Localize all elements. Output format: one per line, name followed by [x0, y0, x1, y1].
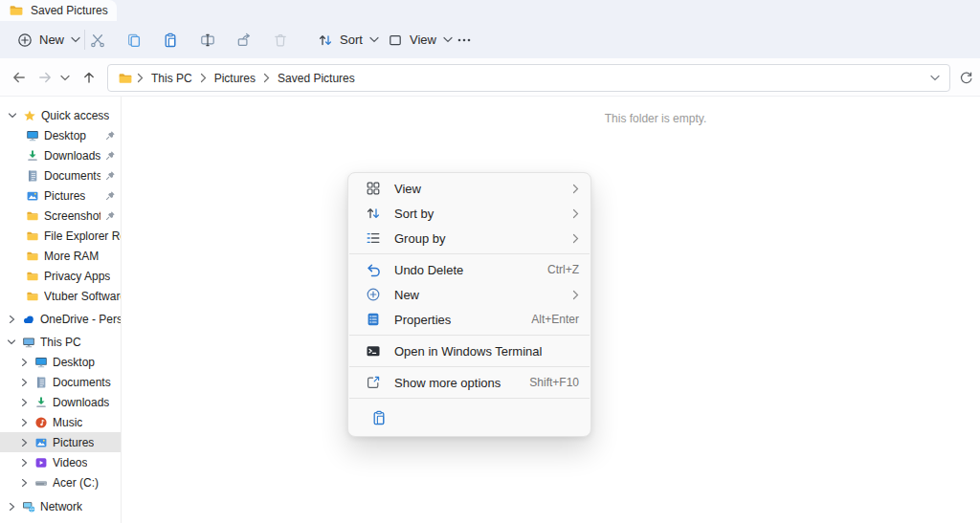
paste-icon	[163, 33, 178, 48]
sidebar-item-label: Privacy Apps	[44, 270, 110, 283]
music-icon	[34, 416, 48, 429]
chevron-collapsed-icon[interactable]	[18, 377, 30, 388]
star-icon	[23, 109, 36, 122]
sidebar-item-desktop[interactable]: Desktop	[0, 125, 121, 145]
menu-item-sort-by[interactable]: Sort by	[348, 201, 590, 226]
chevron-collapsed-icon[interactable]	[18, 417, 30, 428]
sidebar-item-file-explorer-review[interactable]: File Explorer Review	[0, 226, 121, 246]
sidebar-item-pc-drive-c[interactable]: Acer (C:)	[0, 472, 121, 492]
sidebar-item-label: Desktop	[53, 356, 95, 369]
explorer-tab[interactable]: Saved Pictures	[0, 0, 117, 21]
sidebar-item-privacy-apps[interactable]: Privacy Apps	[0, 266, 121, 286]
chevron-collapsed-icon[interactable]	[18, 357, 30, 368]
submenu-chevron-icon	[572, 233, 579, 244]
breadcrumb-pictures[interactable]: Pictures	[211, 70, 259, 87]
cut-button[interactable]	[83, 26, 112, 54]
chevron-expanded-icon[interactable]	[7, 110, 18, 121]
properties-icon	[366, 312, 381, 327]
sidebar-item-screenshots[interactable]: Screenshots	[0, 206, 121, 226]
downloads-icon	[34, 396, 48, 409]
documents-icon	[34, 376, 48, 389]
menu-item-label: Show more options	[394, 376, 529, 390]
menu-item-show-more-options[interactable]: Show more options Shift+F10	[348, 370, 590, 395]
breadcrumb-separator-icon	[200, 73, 207, 83]
chevron-collapsed-icon[interactable]	[18, 477, 30, 489]
sidebar-item-pc-documents[interactable]: Documents	[0, 372, 121, 392]
chevron-down-icon	[60, 74, 70, 82]
empty-folder-message: This folder is empty.	[574, 112, 737, 125]
submenu-chevron-icon	[572, 208, 579, 219]
tab-title: Saved Pictures	[31, 4, 108, 17]
sidebar-item-network[interactable]: Network	[0, 496, 121, 516]
breadcrumb-this-pc[interactable]: This PC	[147, 70, 196, 87]
chevron-expanded-icon[interactable]	[6, 337, 17, 348]
sidebar-item-pc-music[interactable]: Music	[0, 412, 121, 432]
delete-button[interactable]	[266, 26, 295, 54]
drive-icon	[34, 476, 48, 490]
sort-arrows-icon	[318, 33, 333, 48]
sidebar-item-label: This PC	[40, 336, 81, 349]
menu-item-properties[interactable]: Properties Alt+Enter	[348, 307, 590, 332]
sidebar-item-more-ram[interactable]: More RAM	[0, 246, 121, 266]
sidebar-item-quick-access[interactable]: Quick access	[0, 105, 121, 125]
menu-item-view[interactable]: View	[348, 176, 590, 201]
copy-icon	[126, 33, 142, 48]
view-button[interactable]: View	[382, 25, 458, 54]
address-bar[interactable]: This PC Pictures Saved Pictures	[107, 64, 950, 92]
sidebar-item-vtuber-software[interactable]: Vtuber Software	[0, 286, 121, 306]
chevron-collapsed-icon[interactable]	[18, 437, 30, 448]
rename-button[interactable]	[193, 26, 222, 54]
sidebar-item-pc-downloads[interactable]: Downloads	[0, 392, 121, 412]
chevron-collapsed-icon[interactable]	[18, 397, 30, 408]
menu-item-undo-delete[interactable]: Undo Delete Ctrl+Z	[348, 257, 590, 282]
sidebar-item-documents[interactable]: Documents	[0, 165, 121, 185]
window-chrome: Saved Pictures New	[0, 0, 980, 58]
back-button[interactable]	[6, 64, 33, 91]
trash-icon	[273, 33, 288, 48]
sidebar-item-pc-videos[interactable]: Videos	[0, 452, 121, 472]
chevron-collapsed-icon[interactable]	[18, 457, 30, 469]
paste-button[interactable]	[156, 26, 185, 54]
menu-item-label: Open in Windows Terminal	[394, 344, 579, 359]
refresh-icon	[959, 71, 973, 85]
refresh-button[interactable]	[953, 65, 978, 90]
pin-icon	[105, 190, 116, 201]
sidebar-item-pc-pictures[interactable]: Pictures	[0, 432, 121, 452]
see-more-button[interactable]	[450, 26, 479, 54]
folder-icon	[26, 270, 39, 283]
address-dropdown-button[interactable]	[930, 74, 940, 82]
sidebar-item-pictures[interactable]: Pictures	[0, 185, 121, 206]
file-explorer-window: Saved Pictures New	[0, 0, 980, 523]
pin-icon	[105, 210, 116, 221]
new-button[interactable]: New	[11, 25, 86, 54]
paste-button[interactable]	[366, 404, 392, 431]
up-button[interactable]	[76, 64, 102, 91]
recent-locations-button[interactable]	[55, 64, 76, 91]
sidebar-item-onedrive[interactable]: OneDrive - Personal	[0, 309, 121, 329]
breadcrumb-separator-icon	[137, 73, 144, 83]
menu-item-new[interactable]: New	[348, 282, 590, 307]
sidebar-item-this-pc[interactable]: This PC	[0, 332, 121, 352]
sort-button[interactable]: Sort	[312, 25, 385, 54]
sidebar-item-label: Pictures	[53, 436, 94, 449]
chevron-collapsed-icon[interactable]	[6, 501, 17, 512]
chevron-collapsed-icon[interactable]	[6, 314, 17, 325]
view-button-label: View	[410, 33, 436, 47]
menu-item-label: Undo Delete	[394, 263, 547, 277]
breadcrumb-saved-pictures[interactable]: Saved Pictures	[274, 70, 359, 87]
desktop-icon	[34, 356, 48, 369]
onedrive-cloud-icon	[22, 313, 35, 326]
forward-arrow-icon	[37, 70, 53, 85]
sidebar-item-pc-desktop[interactable]: Desktop	[0, 352, 121, 372]
sidebar-item-downloads[interactable]: Downloads	[0, 145, 121, 165]
menu-icon-row	[348, 402, 590, 433]
chevron-down-icon	[930, 74, 940, 82]
pin-icon	[105, 170, 116, 181]
share-button[interactable]	[230, 26, 258, 54]
menu-item-group-by[interactable]: Group by	[348, 226, 590, 251]
menu-item-open-in-windows-terminal[interactable]: Open in Windows Terminal	[348, 338, 590, 363]
sort-button-label: Sort	[340, 33, 363, 47]
copy-button[interactable]	[120, 26, 148, 54]
sidebar-item-label: Screenshots	[44, 209, 100, 223]
sidebar-item-label: Network	[40, 500, 82, 513]
